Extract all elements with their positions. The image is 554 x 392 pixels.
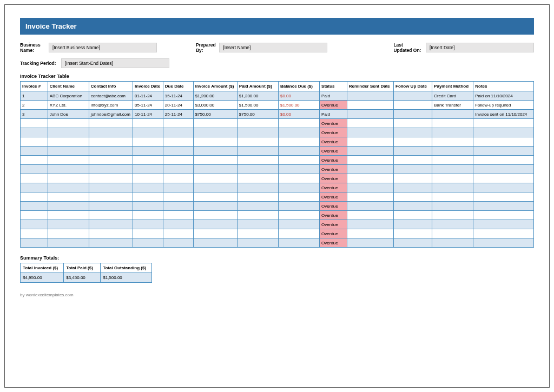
cell-notes[interactable] — [473, 192, 534, 202]
table-row[interactable]: Overdue — [21, 229, 534, 238]
cell-reminder[interactable] — [347, 137, 393, 147]
cell-contact[interactable] — [89, 211, 133, 220]
cell-status[interactable]: Overdue — [320, 238, 347, 248]
cell-paid[interactable] — [237, 229, 278, 238]
cell-balance[interactable] — [278, 202, 319, 211]
cell-paid[interactable] — [237, 192, 278, 202]
cell-num[interactable] — [21, 220, 48, 229]
table-row[interactable]: Overdue — [21, 174, 534, 183]
cell-invdate[interactable] — [133, 192, 163, 202]
cell-notes[interactable] — [473, 119, 534, 128]
cell-amount[interactable] — [193, 202, 237, 211]
cell-notes[interactable] — [473, 165, 534, 174]
cell-amount[interactable]: $750.00 — [193, 110, 237, 119]
cell-reminder[interactable] — [347, 220, 393, 229]
cell-paid[interactable] — [237, 202, 278, 211]
cell-invdate[interactable] — [133, 137, 163, 147]
cell-due[interactable] — [163, 156, 193, 165]
cell-amount[interactable]: $3,000.00 — [193, 101, 237, 110]
cell-status[interactable]: Overdue — [320, 119, 347, 128]
cell-method[interactable] — [432, 229, 473, 238]
cell-status[interactable]: Overdue — [320, 183, 347, 192]
cell-num[interactable]: 1 — [21, 91, 48, 101]
cell-reminder[interactable] — [347, 91, 393, 101]
cell-method[interactable] — [432, 165, 473, 174]
cell-method[interactable] — [432, 110, 473, 119]
table-row[interactable]: Overdue — [21, 220, 534, 229]
cell-method[interactable] — [432, 156, 473, 165]
cell-amount[interactable] — [193, 238, 237, 248]
cell-reminder[interactable] — [347, 147, 393, 156]
cell-notes[interactable] — [473, 147, 534, 156]
cell-paid[interactable] — [237, 211, 278, 220]
cell-contact[interactable]: johndoe@gmail.com — [89, 110, 133, 119]
cell-client[interactable] — [48, 238, 89, 248]
cell-client[interactable] — [48, 211, 89, 220]
cell-contact[interactable] — [89, 119, 133, 128]
table-row[interactable]: Overdue — [21, 192, 534, 202]
cell-amount[interactable] — [193, 229, 237, 238]
cell-invdate[interactable] — [133, 202, 163, 211]
cell-invdate[interactable] — [133, 119, 163, 128]
cell-client[interactable] — [48, 202, 89, 211]
cell-notes[interactable] — [473, 211, 534, 220]
cell-num[interactable] — [21, 165, 48, 174]
cell-follow[interactable] — [394, 202, 432, 211]
cell-client[interactable] — [48, 165, 89, 174]
cell-balance[interactable] — [278, 165, 319, 174]
cell-contact[interactable] — [89, 229, 133, 238]
cell-invdate[interactable] — [133, 165, 163, 174]
cell-reminder[interactable] — [347, 238, 393, 248]
cell-contact[interactable] — [89, 147, 133, 156]
cell-paid[interactable] — [237, 128, 278, 137]
cell-due[interactable] — [163, 238, 193, 248]
cell-contact[interactable] — [89, 238, 133, 248]
table-row[interactable]: Overdue — [21, 137, 534, 147]
business-name-input[interactable]: [Insert Business Name] — [49, 43, 157, 52]
cell-num[interactable] — [21, 119, 48, 128]
cell-invdate[interactable] — [133, 229, 163, 238]
cell-invdate[interactable] — [133, 128, 163, 137]
cell-amount[interactable] — [193, 174, 237, 183]
cell-status[interactable]: Paid — [320, 110, 347, 119]
cell-amount[interactable] — [193, 211, 237, 220]
cell-follow[interactable] — [394, 91, 432, 101]
cell-contact[interactable] — [89, 192, 133, 202]
cell-method[interactable] — [432, 220, 473, 229]
cell-amount[interactable] — [193, 220, 237, 229]
cell-method[interactable] — [432, 238, 473, 248]
cell-status[interactable]: Overdue — [320, 192, 347, 202]
cell-method[interactable] — [432, 119, 473, 128]
cell-invdate[interactable] — [133, 156, 163, 165]
cell-notes[interactable]: Invoice sent on 11/10/2024 — [473, 110, 534, 119]
cell-reminder[interactable] — [347, 192, 393, 202]
cell-num[interactable] — [21, 229, 48, 238]
cell-amount[interactable] — [193, 183, 237, 192]
cell-amount[interactable]: $1,200.00 — [193, 91, 237, 101]
cell-balance[interactable]: $1,500.00 — [278, 101, 319, 110]
cell-num[interactable] — [21, 128, 48, 137]
cell-amount[interactable] — [193, 137, 237, 147]
cell-amount[interactable] — [193, 192, 237, 202]
cell-client[interactable] — [48, 183, 89, 192]
cell-notes[interactable] — [473, 238, 534, 248]
cell-method[interactable] — [432, 147, 473, 156]
cell-client[interactable] — [48, 147, 89, 156]
cell-balance[interactable]: $0.00 — [278, 110, 319, 119]
cell-client[interactable] — [48, 174, 89, 183]
cell-due[interactable]: 20-11-24 — [163, 101, 193, 110]
cell-invdate[interactable]: 10-11-24 — [133, 110, 163, 119]
cell-follow[interactable] — [394, 156, 432, 165]
table-row[interactable]: Overdue — [21, 165, 534, 174]
cell-due[interactable] — [163, 137, 193, 147]
cell-contact[interactable] — [89, 128, 133, 137]
cell-balance[interactable] — [278, 238, 319, 248]
cell-contact[interactable] — [89, 137, 133, 147]
cell-paid[interactable]: $1,200.00 — [237, 91, 278, 101]
cell-notes[interactable] — [473, 220, 534, 229]
cell-method[interactable] — [432, 174, 473, 183]
cell-invdate[interactable] — [133, 147, 163, 156]
cell-due[interactable] — [163, 147, 193, 156]
cell-num[interactable]: 2 — [21, 101, 48, 110]
cell-num[interactable] — [21, 192, 48, 202]
